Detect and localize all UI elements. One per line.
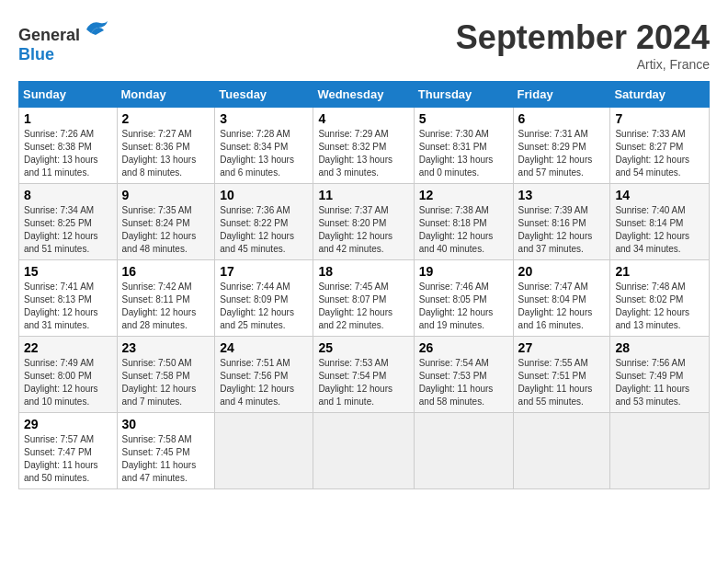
day-number: 13 [518,188,606,202]
calendar-cell: 7Sunrise: 7:33 AMSunset: 8:27 PMDaylight… [610,108,710,184]
day-detail: Sunrise: 7:28 AMSunset: 8:34 PMDaylight:… [220,129,294,178]
calendar-cell: 29Sunrise: 7:57 AMSunset: 7:47 PMDayligh… [19,413,118,489]
day-number: 8 [24,188,112,202]
logo: General Blue [18,18,109,64]
day-number: 6 [518,111,606,126]
page-header: General Blue September 2024 Artix, Franc… [18,18,710,72]
calendar-cell: 2Sunrise: 7:27 AMSunset: 8:36 PMDaylight… [117,108,215,184]
day-detail: Sunrise: 7:44 AMSunset: 8:09 PMDaylight:… [220,282,294,330]
day-number: 14 [615,188,704,202]
calendar-cell [610,413,710,489]
calendar-week-4: 22Sunrise: 7:49 AMSunset: 8:00 PMDayligh… [19,337,710,413]
day-detail: Sunrise: 7:38 AMSunset: 8:18 PMDaylight:… [419,205,494,254]
calendar-cell: 10Sunrise: 7:36 AMSunset: 8:22 PMDayligh… [215,184,313,260]
day-detail: Sunrise: 7:48 AMSunset: 8:02 PMDaylight:… [615,282,689,330]
day-detail: Sunrise: 7:34 AMSunset: 8:25 PMDaylight:… [24,205,98,254]
calendar-cell: 5Sunrise: 7:30 AMSunset: 8:31 PMDaylight… [414,108,513,184]
column-header-friday: Friday [513,82,610,108]
day-number: 26 [419,340,508,355]
calendar-cell: 21Sunrise: 7:48 AMSunset: 8:02 PMDayligh… [610,260,710,337]
calendar-cell: 20Sunrise: 7:47 AMSunset: 8:04 PMDayligh… [513,260,610,337]
day-number: 18 [318,264,408,279]
day-number: 5 [419,111,508,126]
calendar-cell: 26Sunrise: 7:54 AMSunset: 7:53 PMDayligh… [414,337,513,413]
day-detail: Sunrise: 7:46 AMSunset: 8:05 PMDaylight:… [419,282,494,330]
day-number: 29 [24,417,112,431]
day-detail: Sunrise: 7:53 AMSunset: 7:54 PMDaylight:… [318,358,392,407]
column-header-tuesday: Tuesday [215,82,313,108]
calendar-cell [414,413,513,489]
day-detail: Sunrise: 7:40 AMSunset: 8:14 PMDaylight:… [615,205,689,254]
day-detail: Sunrise: 7:47 AMSunset: 8:04 PMDaylight:… [518,282,593,330]
day-number: 25 [318,340,408,355]
calendar-cell: 15Sunrise: 7:41 AMSunset: 8:13 PMDayligh… [19,260,118,337]
day-number: 2 [122,111,210,126]
title-block: September 2024 Artix, France [456,18,710,72]
day-detail: Sunrise: 7:49 AMSunset: 8:00 PMDaylight:… [24,358,98,407]
calendar-cell: 23Sunrise: 7:50 AMSunset: 7:58 PMDayligh… [117,337,215,413]
calendar-cell: 22Sunrise: 7:49 AMSunset: 8:00 PMDayligh… [19,337,118,413]
calendar-cell: 18Sunrise: 7:45 AMSunset: 8:07 PMDayligh… [313,260,414,337]
calendar-cell: 30Sunrise: 7:58 AMSunset: 7:45 PMDayligh… [117,413,215,489]
calendar-cell [215,413,313,489]
day-detail: Sunrise: 7:55 AMSunset: 7:51 PMDaylight:… [518,358,593,407]
day-detail: Sunrise: 7:51 AMSunset: 7:56 PMDaylight:… [220,358,294,407]
calendar-cell: 17Sunrise: 7:44 AMSunset: 8:09 PMDayligh… [215,260,313,337]
day-number: 22 [24,340,112,355]
day-detail: Sunrise: 7:39 AMSunset: 8:16 PMDaylight:… [518,205,593,254]
day-number: 1 [24,111,112,126]
column-header-monday: Monday [117,82,215,108]
calendar-cell: 11Sunrise: 7:37 AMSunset: 8:20 PMDayligh… [313,184,414,260]
day-detail: Sunrise: 7:50 AMSunset: 7:58 PMDaylight:… [122,358,197,407]
calendar-week-1: 1Sunrise: 7:26 AMSunset: 8:38 PMDaylight… [19,108,710,184]
day-detail: Sunrise: 7:41 AMSunset: 8:13 PMDaylight:… [24,282,98,330]
calendar-header-row: SundayMondayTuesdayWednesdayThursdayFrid… [19,82,710,108]
calendar-cell [513,413,610,489]
day-number: 15 [24,264,112,279]
day-number: 20 [518,264,606,279]
day-detail: Sunrise: 7:26 AMSunset: 8:38 PMDaylight:… [24,129,98,178]
calendar-cell: 9Sunrise: 7:35 AMSunset: 8:24 PMDaylight… [117,184,215,260]
calendar-cell: 16Sunrise: 7:42 AMSunset: 8:11 PMDayligh… [117,260,215,337]
calendar-cell: 25Sunrise: 7:53 AMSunset: 7:54 PMDayligh… [313,337,414,413]
day-number: 21 [615,264,704,279]
day-number: 4 [318,111,408,126]
day-detail: Sunrise: 7:35 AMSunset: 8:24 PMDaylight:… [122,205,197,254]
day-number: 27 [518,340,606,355]
day-number: 12 [419,188,508,202]
day-detail: Sunrise: 7:45 AMSunset: 8:07 PMDaylight:… [318,282,392,330]
calendar-cell: 6Sunrise: 7:31 AMSunset: 8:29 PMDaylight… [513,108,610,184]
day-number: 11 [318,188,408,202]
day-number: 7 [615,111,704,126]
calendar-week-3: 15Sunrise: 7:41 AMSunset: 8:13 PMDayligh… [19,260,710,337]
day-detail: Sunrise: 7:37 AMSunset: 8:20 PMDaylight:… [318,205,392,254]
calendar-cell: 13Sunrise: 7:39 AMSunset: 8:16 PMDayligh… [513,184,610,260]
day-number: 24 [220,340,308,355]
day-number: 16 [122,264,210,279]
calendar-cell: 28Sunrise: 7:56 AMSunset: 7:49 PMDayligh… [610,337,710,413]
day-number: 28 [615,340,704,355]
calendar-week-2: 8Sunrise: 7:34 AMSunset: 8:25 PMDaylight… [19,184,710,260]
day-detail: Sunrise: 7:58 AMSunset: 7:45 PMDaylight:… [122,434,197,483]
calendar-cell: 3Sunrise: 7:28 AMSunset: 8:34 PMDaylight… [215,108,313,184]
day-detail: Sunrise: 7:57 AMSunset: 7:47 PMDaylight:… [24,434,98,483]
column-header-saturday: Saturday [610,82,710,108]
calendar-week-5: 29Sunrise: 7:57 AMSunset: 7:47 PMDayligh… [19,413,710,489]
day-detail: Sunrise: 7:27 AMSunset: 8:36 PMDaylight:… [122,129,197,178]
day-number: 10 [220,188,308,202]
calendar-cell: 4Sunrise: 7:29 AMSunset: 8:32 PMDaylight… [313,108,414,184]
logo-icon [82,18,109,40]
day-detail: Sunrise: 7:42 AMSunset: 8:11 PMDaylight:… [122,282,197,330]
day-number: 17 [220,264,308,279]
day-detail: Sunrise: 7:56 AMSunset: 7:49 PMDaylight:… [615,358,689,407]
day-number: 3 [220,111,308,126]
column-header-thursday: Thursday [414,82,513,108]
day-detail: Sunrise: 7:29 AMSunset: 8:32 PMDaylight:… [318,129,392,178]
day-number: 30 [122,417,210,431]
day-detail: Sunrise: 7:36 AMSunset: 8:22 PMDaylight:… [220,205,294,254]
day-detail: Sunrise: 7:33 AMSunset: 8:27 PMDaylight:… [615,129,689,178]
column-header-sunday: Sunday [19,82,118,108]
day-number: 19 [419,264,508,279]
calendar-cell [313,413,414,489]
logo-blue: Blue [18,45,54,63]
